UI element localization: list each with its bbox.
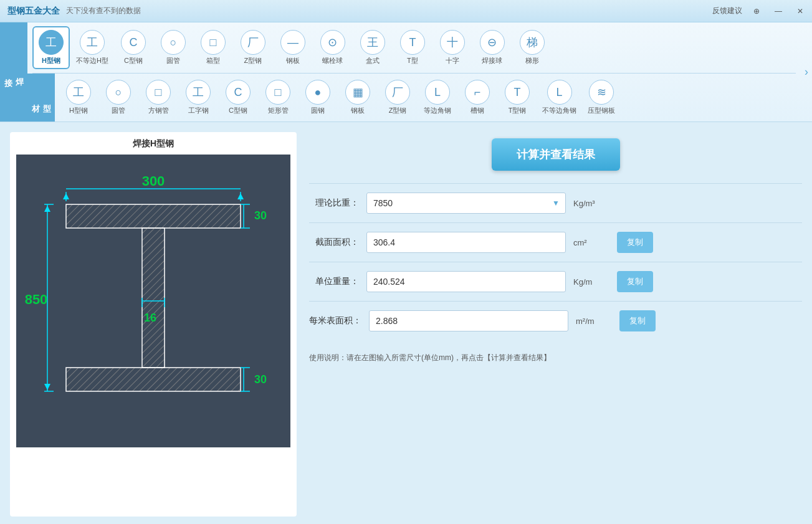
toolbar-item-box-type[interactable]: 王盒式: [354, 27, 391, 68]
toolbar-item-h-unequal[interactable]: 工不等边H型: [72, 27, 112, 68]
toolbar-item-c-steel[interactable]: CC型钢: [115, 27, 152, 68]
main-content: 焊接H型钢: [0, 122, 812, 524]
toolbar-item-h-beam-weld[interactable]: 工H型钢: [32, 26, 70, 69]
tool-icon-t-type: T: [400, 30, 425, 55]
toolbar-item-bolt-ball[interactable]: ⊙螺栓球: [314, 27, 351, 68]
toolbar-item-c-steel2[interactable]: CC型钢: [219, 77, 257, 118]
weight-section: 单位重量： Kg/m 复制: [309, 262, 802, 301]
toolbar-item-box[interactable]: □箱型: [194, 27, 232, 68]
pin-button[interactable]: ⊕: [750, 6, 763, 17]
tool-label-t-type: T型: [407, 56, 418, 65]
area-label: 截面面积：: [309, 237, 359, 248]
toolbar-wrapper: 工H型钢工不等边H型CC型钢○圆管□箱型厂Z型钢—钢板⊙螺栓球王盒式TT型十十字…: [27, 22, 812, 121]
title-bar: 型钢五金大全 天下没有查不到的数据 反馈建议 ⊕ — ✕: [0, 0, 812, 22]
toolbar-item-t-type[interactable]: TT型: [394, 27, 431, 68]
weight-copy-button[interactable]: 复制: [617, 271, 653, 292]
toolbar-item-round-pipe[interactable]: ○圆管: [155, 27, 192, 68]
tool-label-steel-plate2: 钢板: [351, 106, 365, 115]
tool-icon-box-type: 王: [360, 30, 385, 55]
tool-label-h-unequal: 不等边H型: [76, 56, 108, 65]
input-panel: 计算并查看结果 理论比重： 7850 7800 7900 Kg/m³ 截面面积：…: [309, 132, 802, 517]
toolbar-item-round-pipe2[interactable]: ○圆管: [100, 77, 137, 118]
tool-label-weld-ball: 焊接球: [482, 56, 502, 65]
toolbar-item-steel-plate[interactable]: —钢板: [274, 27, 312, 68]
tool-label-box: 箱型: [206, 56, 220, 65]
calc-button[interactable]: 计算并查看结果: [492, 138, 620, 171]
toolbar-row-2: 工H型钢○圆管□方钢管工工字钢CC型钢□矩形管●圆钢▦钢板厂Z型钢L等边角钢⌐槽…: [55, 74, 801, 121]
area-input[interactable]: [366, 232, 566, 253]
toolbar-item-steel-plate2[interactable]: ▦钢板: [339, 77, 376, 118]
tool-label-trapezoid: 梯形: [525, 56, 539, 65]
toolbar-row-1: 工H型钢工不等边H型CC型钢○圆管□箱型厂Z型钢—钢板⊙螺栓球王盒式TT型十十字…: [27, 22, 801, 73]
tool-label-channel: 槽钢: [470, 106, 484, 115]
toolbar-item-z-steel2[interactable]: 厂Z型钢: [379, 77, 416, 118]
tool-label-unequal-angle: 不等边角钢: [542, 106, 576, 115]
tool-icon-cross: 十: [440, 30, 465, 55]
density-select[interactable]: 7850 7800 7900: [366, 193, 566, 214]
diagram-canvas[interactable]: 300 30 16: [16, 155, 290, 447]
tool-icon-c-steel2: C: [226, 80, 251, 105]
toolbar-item-round-steel[interactable]: ●圆钢: [299, 77, 337, 118]
surface-input[interactable]: [369, 310, 568, 331]
tool-icon-equal-angle: L: [425, 80, 450, 105]
surface-section: 每米表面积： m²/m 复制: [309, 301, 802, 340]
toolbar-more-button[interactable]: ›: [801, 22, 812, 121]
tool-label-c-steel: C型钢: [124, 56, 143, 65]
minimize-button[interactable]: —: [771, 6, 786, 17]
weight-input[interactable]: [366, 271, 566, 292]
tool-icon-press-plate: ≋: [589, 80, 614, 105]
tool-icon-i-beam: 工: [186, 80, 211, 105]
weight-unit: Kg/m: [573, 277, 604, 287]
toolbar-item-t-steel[interactable]: TT型钢: [499, 77, 536, 118]
tool-label-round-pipe2: 圆管: [112, 106, 125, 115]
diagram-panel: 焊接H型钢: [10, 132, 297, 517]
svg-rect-2: [66, 204, 241, 228]
svg-text:30: 30: [254, 373, 267, 386]
feedback-button[interactable]: 反馈建议: [712, 6, 742, 16]
svg-text:30: 30: [254, 209, 267, 222]
diagram-svg: 300 30 16: [16, 155, 290, 447]
tool-icon-weld-ball: ⊖: [480, 30, 505, 55]
tool-icon-rect-pipe: □: [265, 80, 290, 105]
tool-label-z-steel2: Z型钢: [389, 106, 407, 115]
tool-icon-round-steel: ●: [305, 80, 330, 105]
toolbar-item-cross[interactable]: 十十字: [434, 27, 471, 68]
surface-label: 每米表面积：: [309, 315, 361, 326]
toolbar-item-z-steel[interactable]: 厂Z型钢: [234, 27, 272, 68]
tool-label-c-steel2: C型钢: [229, 106, 247, 115]
toolbar-item-square-pipe[interactable]: □方钢管: [140, 77, 177, 118]
tool-label-h-beam: H型钢: [69, 106, 88, 115]
toolbar-item-i-beam[interactable]: 工工字钢: [179, 77, 217, 118]
svg-text:300: 300: [142, 173, 165, 189]
calc-button-row: 计算并查看结果: [309, 132, 802, 183]
toolbar-item-unequal-angle[interactable]: L不等边角钢: [538, 77, 580, 118]
title-controls: 反馈建议 ⊕ — ✕: [712, 0, 807, 22]
tool-icon-z-steel: 厂: [241, 30, 265, 55]
toolbar-item-channel[interactable]: ⌐槽钢: [459, 77, 496, 118]
surface-copy-button[interactable]: 复制: [619, 310, 656, 331]
tool-icon-square-pipe: □: [146, 80, 171, 105]
toolbar-sections: 工H型钢工不等边H型CC型钢○圆管□箱型厂Z型钢—钢板⊙螺栓球王盒式TT型十十字…: [27, 22, 801, 121]
section-label-material: 型材: [27, 74, 55, 121]
area-copy-button[interactable]: 复制: [617, 232, 653, 253]
diagram-title: 焊接H型钢: [16, 138, 290, 150]
tool-icon-trapezoid: 梯: [520, 30, 545, 55]
toolbar-item-rect-pipe[interactable]: □矩形管: [259, 77, 297, 118]
close-button[interactable]: ✕: [793, 6, 807, 17]
tool-icon-round-pipe2: ○: [106, 80, 131, 105]
toolbar-item-press-plate[interactable]: ≋压型钢板: [583, 77, 620, 118]
toolbar-item-equal-angle[interactable]: L等边角钢: [419, 77, 456, 118]
tool-label-box-type: 盒式: [366, 56, 380, 65]
toolbar-item-trapezoid[interactable]: 梯梯形: [513, 27, 551, 68]
tool-icon-h-beam-weld: 工: [39, 30, 64, 55]
density-label: 理论比重：: [309, 198, 359, 209]
tool-label-round-pipe: 圆管: [166, 56, 180, 65]
area-unit: cm²: [573, 238, 604, 247]
tool-label-rect-pipe: 矩形管: [268, 106, 289, 115]
tool-label-steel-plate: 钢板: [286, 56, 300, 65]
area-section: 截面面积： cm² 复制: [309, 222, 802, 262]
svg-text:16: 16: [144, 312, 156, 324]
density-unit: Kg/m³: [573, 199, 604, 208]
toolbar-item-weld-ball[interactable]: ⊖焊接球: [474, 27, 511, 68]
toolbar-item-h-beam[interactable]: 工H型钢: [60, 77, 97, 118]
